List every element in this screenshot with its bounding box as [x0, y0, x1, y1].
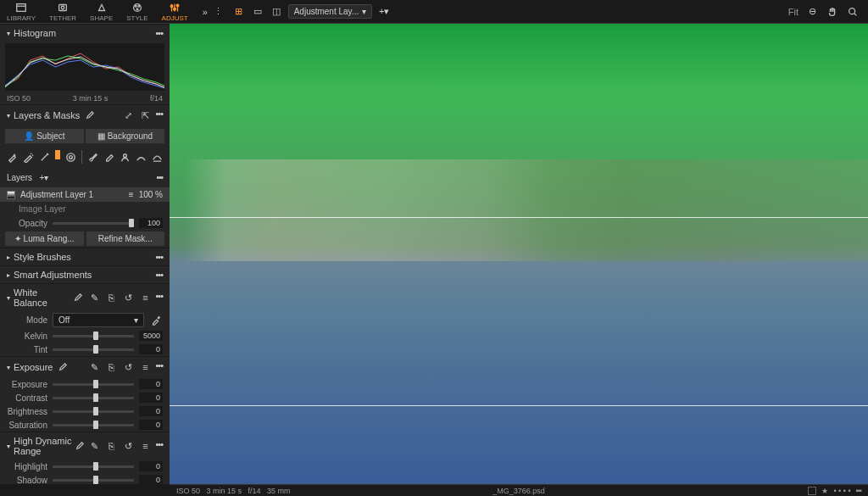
more-icon[interactable]: ••• — [155, 360, 163, 374]
brush-small-icon[interactable]: ✎ — [87, 291, 101, 304]
layers-label: Layers — [7, 173, 32, 182]
tab-library[interactable]: LIBRARY — [0, 0, 42, 23]
star-rating[interactable]: ★ — [821, 487, 828, 495]
tab-shape[interactable]: SHAPE — [83, 0, 120, 23]
search-icon[interactable] — [846, 5, 860, 19]
gradient-mask-icon[interactable] — [55, 150, 60, 159]
brush-icon[interactable] — [87, 150, 98, 164]
svg-point-8 — [174, 8, 176, 10]
curve-mask-icon[interactable] — [152, 150, 163, 164]
luma-range-button[interactable]: ✦ Luma Rang... — [5, 231, 84, 246]
more-icon[interactable]: ••• — [155, 439, 163, 453]
single-view-icon[interactable]: ▭ — [251, 5, 264, 19]
layer-adjustment[interactable]: Adjustment Layer 1 ≡ 100 % — [0, 187, 170, 202]
kelvin-value[interactable]: 5000 — [139, 331, 163, 341]
svg-point-7 — [170, 4, 173, 7]
image-viewport[interactable] — [170, 24, 868, 484]
svg-point-5 — [138, 5, 140, 7]
line-mask-icon[interactable] — [136, 150, 147, 164]
svg-point-12 — [69, 155, 72, 159]
smart-adjustments-header[interactable]: ▸Smart Adjustments••• — [0, 265, 170, 283]
radial-mask-icon[interactable] — [65, 150, 76, 164]
guide-line[interactable] — [170, 217, 868, 218]
layers-masks-header[interactable]: ▾Layers & Masks ⤢ ⇱ ••• — [0, 104, 170, 125]
histogram-header[interactable]: ▾Histogram ••• — [0, 24, 170, 42]
more-icon[interactable]: ••• — [155, 109, 163, 122]
tab-style[interactable]: STYLE — [120, 0, 154, 23]
color-tag-icon[interactable] — [808, 487, 816, 495]
brush-small-icon[interactable]: ✎ — [87, 439, 101, 453]
add-icon[interactable]: +▾ — [377, 5, 391, 19]
svg-point-4 — [135, 5, 136, 7]
tab-tether[interactable]: TETHER — [42, 0, 83, 23]
svg-point-6 — [136, 8, 138, 9]
layer-image[interactable]: Image Layer — [0, 202, 170, 216]
exposure-header[interactable]: ▾Exposure ✎⎘↺≡••• — [0, 356, 170, 377]
subject-button[interactable]: 👤 Subject — [5, 129, 84, 143]
tint-value[interactable]: 0 — [139, 344, 163, 354]
list-icon[interactable]: ≡ — [138, 291, 152, 304]
pencil-icon[interactable] — [83, 109, 97, 122]
tabs-more-icon[interactable]: » — [198, 5, 212, 19]
svg-point-10 — [849, 8, 855, 14]
list-icon[interactable]: ≡ — [138, 360, 152, 374]
copy-icon[interactable]: ⎘ — [104, 439, 118, 453]
more-icon[interactable]: ••• — [155, 270, 163, 280]
wb-mode-select[interactable]: Off▾ — [53, 313, 144, 327]
link-icon[interactable]: ⇱ — [138, 109, 152, 122]
hdr-header[interactable]: ▾High Dynamic Range ✎⎘↺≡••• — [0, 432, 170, 460]
reset-icon[interactable]: ↺ — [121, 360, 135, 374]
saturation-slider[interactable] — [53, 424, 134, 426]
more-icon[interactable]: ••• — [156, 173, 163, 182]
layer-opts-icon[interactable]: ≡ — [129, 190, 134, 199]
pencil-icon[interactable] — [72, 291, 85, 304]
reset-icon[interactable]: ↺ — [121, 439, 135, 453]
wand-icon[interactable] — [39, 150, 50, 164]
list-icon[interactable]: ≡ — [138, 439, 152, 453]
expand-icon[interactable]: ⤢ — [121, 109, 135, 122]
status-bar: ISO 50 3 min 15 s f/14 35 mm _MG_3766.ps… — [170, 484, 868, 496]
guide-line[interactable] — [170, 405, 868, 406]
more-icon[interactable]: ••• — [155, 28, 163, 38]
copy-icon[interactable]: ⎘ — [104, 360, 118, 374]
sidebar: ▾Histogram ••• ISO 503 min 15 sf/14 ▾Lay… — [0, 24, 170, 484]
highlight-slider[interactable] — [53, 465, 134, 468]
hand-icon[interactable] — [826, 5, 839, 19]
eyedropper-icon[interactable] — [149, 314, 163, 327]
rating-dots[interactable]: • • • • — [833, 487, 850, 495]
more-icon[interactable]: ••• — [155, 252, 163, 262]
exposure-slider[interactable] — [53, 383, 134, 386]
opacity-slider[interactable] — [53, 222, 134, 225]
more-icon[interactable]: ••• — [856, 487, 861, 495]
tint-slider[interactable] — [53, 348, 134, 351]
zoom-out-icon[interactable]: ⊖ — [805, 5, 819, 19]
white-balance-header[interactable]: ▾White Balance ✎ ⎘ ↺ ≡ ••• — [0, 283, 170, 311]
copy-icon[interactable]: ⎘ — [104, 291, 118, 304]
magic-brush-icon[interactable] — [7, 150, 18, 164]
ai-brush-icon[interactable] — [23, 150, 34, 164]
brush-small-icon[interactable]: ✎ — [87, 360, 101, 374]
add-layer-icon[interactable]: +▾ — [37, 170, 51, 184]
brightness-slider[interactable] — [53, 410, 134, 413]
layer-thumb-icon — [7, 191, 15, 199]
style-brushes-header[interactable]: ▸Style Brushes••• — [0, 248, 170, 265]
reset-icon[interactable]: ↺ — [121, 291, 135, 304]
fit-label[interactable]: Fit — [788, 7, 798, 17]
compare-view-icon[interactable]: ◫ — [270, 5, 283, 19]
shadow-slider[interactable] — [53, 479, 134, 482]
histogram-labels: ISO 503 min 15 sf/14 — [0, 92, 170, 104]
more-icon[interactable]: ••• — [155, 291, 163, 304]
face-icon[interactable] — [120, 150, 131, 164]
eraser-icon[interactable] — [103, 150, 114, 164]
kelvin-slider[interactable] — [53, 335, 134, 337]
pencil-icon[interactable] — [56, 360, 70, 374]
grid-view-icon[interactable]: ⊞ — [232, 5, 246, 19]
opacity-value[interactable]: 100 — [139, 218, 163, 228]
background-button[interactable]: ▦ Background — [86, 129, 164, 143]
contrast-slider[interactable] — [53, 397, 134, 399]
layer-dropdown[interactable]: Adjustment Lay...▾ — [288, 4, 373, 19]
pencil-icon[interactable] — [75, 439, 85, 453]
refine-mask-button[interactable]: Refine Mask... — [86, 231, 165, 246]
tabs-menu-icon[interactable]: ⋮ — [212, 5, 225, 19]
tab-adjust[interactable]: ADJUST — [155, 0, 195, 23]
